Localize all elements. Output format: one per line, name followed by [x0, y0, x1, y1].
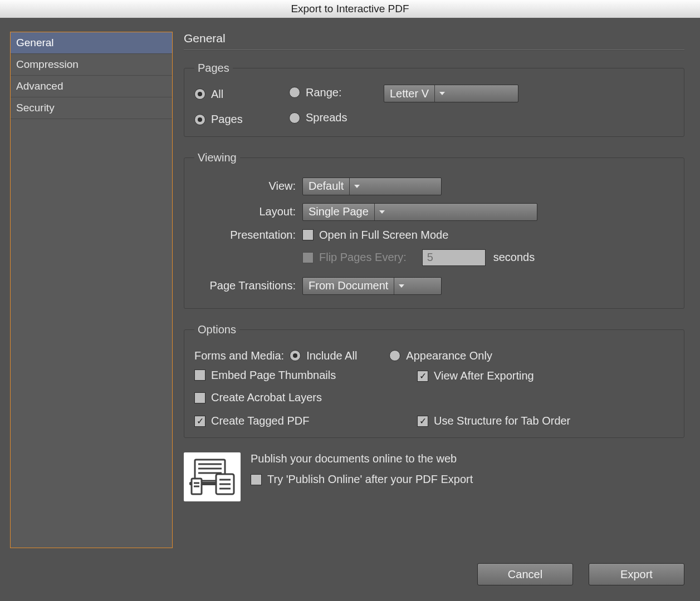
fullscreen-checkbox[interactable]: Open in Full Screen Mode — [302, 229, 448, 242]
radio-appearance-only-label: Appearance Only — [406, 349, 492, 362]
radio-all-label: All — [211, 88, 223, 101]
view-after-label: View After Exporting — [434, 370, 534, 382]
radio-dot-icon — [289, 112, 300, 124]
checkbox-box-icon — [302, 229, 314, 240]
range-combo[interactable]: Letter V — [384, 85, 518, 102]
sidebar-item-compression[interactable]: Compression — [11, 54, 172, 76]
radio-pages[interactable]: Pages — [194, 113, 243, 126]
tab-order-label: Use Structure for Tab Order — [434, 415, 570, 427]
radio-dot-icon — [389, 350, 400, 361]
group-options: Options Forms and Media: Include All App… — [184, 323, 684, 439]
group-pages: Pages All Range: — [184, 62, 684, 137]
presentation-label: Presentation: — [194, 229, 296, 242]
devices-icon — [184, 452, 241, 501]
radio-dot-icon — [194, 114, 205, 125]
radio-dot-icon — [289, 87, 300, 98]
acrobat-layers-checkbox[interactable]: Create Acrobat Layers — [194, 391, 322, 404]
sidebar-spacer — [11, 119, 172, 548]
chevron-down-icon — [349, 178, 364, 195]
try-publish-online-checkbox[interactable]: Try 'Publish Online' after your PDF Expo… — [251, 473, 473, 486]
fullscreen-checkbox-label: Open in Full Screen Mode — [319, 229, 448, 242]
forms-media-label: Forms and Media: — [194, 349, 284, 362]
radio-dot-icon — [290, 350, 301, 361]
layout-label: Layout: — [194, 205, 296, 218]
try-publish-online-label: Try 'Publish Online' after your PDF Expo… — [267, 473, 473, 486]
radio-spreads[interactable]: Spreads — [289, 111, 347, 124]
view-after-checkbox[interactable]: View After Exporting — [417, 370, 534, 382]
group-viewing: Viewing View: Default Layout: Single Pag… — [184, 151, 684, 309]
group-pages-legend: Pages — [194, 62, 233, 75]
radio-all[interactable]: All — [194, 88, 223, 101]
sidebar-item-advanced[interactable]: Advanced — [11, 76, 172, 97]
cancel-button[interactable]: Cancel — [477, 563, 573, 585]
radio-spreads-label: Spreads — [306, 111, 347, 124]
transitions-combo-value: From Document — [303, 279, 394, 292]
radio-include-all-label: Include All — [306, 349, 357, 362]
radio-include-all[interactable]: Include All — [290, 349, 357, 362]
range-combo-value: Letter V — [384, 87, 434, 100]
publish-online-promo: Publish your documents online to the web… — [184, 452, 684, 501]
flip-unit-label: seconds — [493, 251, 535, 264]
view-combo[interactable]: Default — [302, 178, 442, 195]
sidebar: General Compression Advanced Security — [10, 32, 173, 548]
checkbox-box-icon — [417, 416, 428, 427]
radio-range-label: Range: — [306, 86, 342, 99]
checkbox-box-icon — [194, 370, 205, 381]
transitions-label: Page Transitions: — [194, 279, 296, 292]
sidebar-item-security[interactable]: Security — [11, 97, 172, 119]
layout-combo-value: Single Page — [303, 205, 374, 218]
flip-seconds-field: 5 — [422, 249, 486, 266]
checkbox-box-icon — [194, 416, 205, 427]
sidebar-item-general[interactable]: General — [11, 32, 172, 54]
group-viewing-legend: Viewing — [194, 151, 240, 164]
checkbox-box-icon — [417, 371, 428, 382]
radio-range[interactable]: Range: — [289, 86, 342, 99]
radio-dot-icon — [194, 88, 205, 100]
panel-general: General Pages All Range: — [184, 32, 684, 501]
radio-pages-label: Pages — [211, 113, 243, 126]
embed-thumbnails-label: Embed Page Thumbnails — [211, 369, 336, 382]
export-button[interactable]: Export — [589, 563, 684, 585]
flip-pages-checkbox: Flip Pages Every: — [302, 251, 407, 264]
tagged-pdf-label: Create Tagged PDF — [211, 415, 309, 427]
embed-thumbnails-checkbox[interactable]: Embed Page Thumbnails — [194, 369, 336, 382]
checkbox-box-icon — [194, 392, 205, 403]
chevron-down-icon — [374, 204, 389, 220]
dialog-body: General Compression Advanced Security Ge… — [0, 18, 700, 601]
transitions-combo[interactable]: From Document — [302, 277, 442, 295]
chevron-down-icon — [434, 85, 449, 102]
dialog-buttons: Cancel Export — [477, 563, 684, 585]
acrobat-layers-label: Create Acrobat Layers — [211, 391, 322, 404]
layout-combo[interactable]: Single Page — [302, 203, 537, 221]
group-options-legend: Options — [194, 323, 239, 336]
view-combo-value: Default — [303, 180, 349, 193]
chevron-down-icon — [394, 278, 409, 294]
view-label: View: — [194, 180, 296, 193]
radio-appearance-only[interactable]: Appearance Only — [389, 349, 492, 362]
window-title: Export to Interactive PDF — [0, 0, 700, 18]
checkbox-box-icon — [302, 252, 314, 263]
panel-title: General — [184, 32, 684, 45]
flip-pages-label: Flip Pages Every: — [319, 251, 407, 264]
divider — [184, 50, 684, 51]
tagged-pdf-checkbox[interactable]: Create Tagged PDF — [194, 415, 309, 427]
promo-headline: Publish your documents online to the web — [251, 452, 488, 465]
tab-order-checkbox[interactable]: Use Structure for Tab Order — [417, 415, 570, 427]
checkbox-box-icon — [251, 474, 262, 485]
